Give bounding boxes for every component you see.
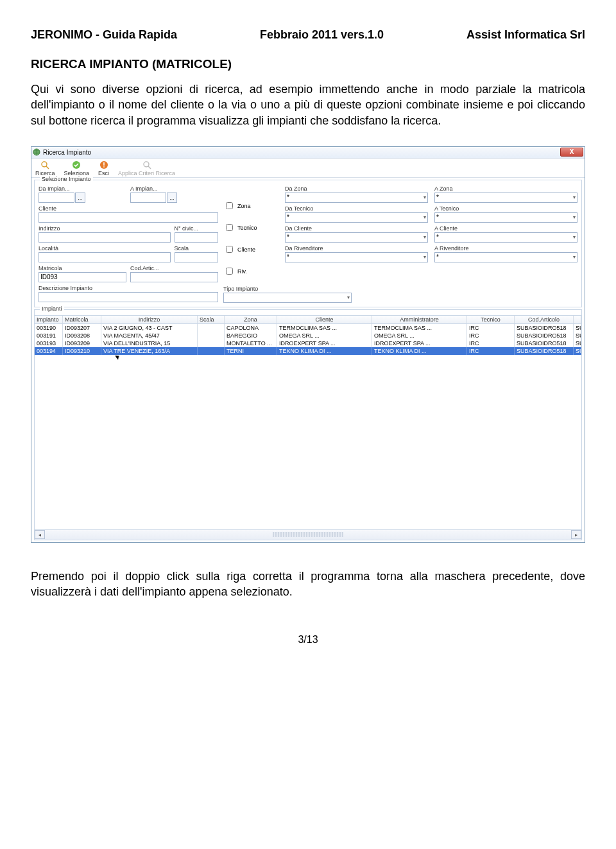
- cell: SUBASIOIDRO518: [515, 339, 574, 347]
- col-codarticolo[interactable]: Cod.Articolo: [515, 316, 574, 323]
- checkbox-cliente-label: Cliente: [237, 246, 255, 253]
- scroll-left-button[interactable]: ◂: [35, 530, 45, 539]
- label-ncivico: N° civic...: [175, 225, 219, 232]
- cell: IDROEXPERT SPA ...: [277, 339, 372, 347]
- toolbar-select[interactable]: Seleziona: [64, 160, 90, 176]
- input-scala[interactable]: [175, 252, 219, 262]
- cell: IRC: [467, 339, 515, 347]
- combo-a-riv[interactable]: *▾: [434, 252, 578, 262]
- label-a-zona: A Zona: [434, 185, 578, 192]
- input-indirizzo[interactable]: [38, 232, 171, 243]
- combo-da-cliente[interactable]: *▾: [285, 232, 428, 243]
- cell: SUBASIO: [574, 347, 581, 355]
- combo-a-cliente[interactable]: *▾: [434, 232, 578, 243]
- input-descrizione[interactable]: [38, 292, 218, 302]
- table-row[interactable]: 003194ID093210VIA TRE VENEZIE, 163/ATERN…: [35, 347, 581, 355]
- label-indirizzo: Indirizzo: [38, 225, 171, 232]
- col-scala[interactable]: Scala: [198, 316, 225, 323]
- browse-da-impianto[interactable]: ...: [75, 193, 85, 203]
- input-localita[interactable]: [38, 252, 171, 262]
- cell: VIA TRE VENEZIE, 163/A: [101, 347, 198, 355]
- toolbar-exit-label: Esci: [98, 170, 109, 176]
- col-matricola[interactable]: Matricola: [63, 316, 101, 323]
- cell: SUBASIO: [574, 324, 581, 332]
- close-button[interactable]: X: [560, 148, 583, 157]
- cell: [198, 339, 225, 347]
- input-cliente[interactable]: [38, 212, 218, 223]
- cell: [198, 332, 225, 339]
- combo-da-zona[interactable]: *▾: [285, 193, 428, 203]
- combo-a-zona[interactable]: *▾: [434, 193, 578, 203]
- cell: TEKNO KLIMA DI ...: [372, 347, 467, 355]
- col-tecnico[interactable]: Tecnico: [467, 316, 515, 323]
- checkbox-riv-label: Riv.: [237, 268, 247, 275]
- col-amministratore[interactable]: Amministratore: [372, 316, 467, 323]
- col-zona[interactable]: Zona: [225, 316, 277, 323]
- chevron-down-icon: ▾: [573, 254, 576, 260]
- input-ncivico[interactable]: [175, 232, 219, 243]
- checkbox-zona[interactable]: [226, 202, 233, 209]
- table-row[interactable]: 003193ID093209VIA DELL'INDUSTRIA, 15MONT…: [35, 339, 581, 347]
- col-impianto[interactable]: Impianto: [35, 316, 63, 323]
- checkbox-zona-label: Zona: [237, 203, 251, 209]
- checkbox-riv[interactable]: [226, 268, 233, 275]
- cell: [198, 347, 225, 355]
- cell: ID093208: [63, 332, 101, 339]
- hscrollbar[interactable]: ◂ ▸: [35, 529, 581, 540]
- cell: TEKNO KLIMA DI ...: [277, 347, 372, 355]
- cell: 003193: [35, 339, 63, 347]
- cell: IRC: [467, 324, 515, 332]
- cell: 003194: [35, 347, 63, 355]
- header-left: JERONIMO - Guida Rapida: [31, 28, 177, 42]
- toolbar-search[interactable]: Ricerca: [35, 160, 55, 176]
- toolbar-apply: Applica Criteri Ricerca: [118, 160, 175, 176]
- checkbox-zona-row[interactable]: Zona: [223, 201, 280, 211]
- cell: IDROEXPERT SPA ...: [372, 339, 467, 347]
- input-codartic[interactable]: [130, 272, 218, 282]
- table-row[interactable]: 003191ID093208VIA MAGENTA, 45/47BAREGGIO…: [35, 332, 581, 339]
- col-cliente[interactable]: Cliente: [277, 316, 372, 323]
- col-indirizzo[interactable]: Indirizzo: [101, 316, 198, 323]
- cell: ID093209: [63, 339, 101, 347]
- cell: MONTALETTO ...: [225, 339, 277, 347]
- label-a-cliente: A Cliente: [434, 225, 578, 232]
- chevron-down-icon: ▾: [573, 234, 576, 240]
- group-impianti: Impianti Impianto Matricola Indirizzo Sc…: [34, 309, 582, 540]
- combo-a-tecnico[interactable]: *▾: [434, 212, 578, 223]
- col-extra[interactable]: [574, 316, 581, 323]
- checkbox-tecnico[interactable]: [226, 224, 233, 231]
- checkbox-riv-row[interactable]: Riv.: [223, 266, 280, 277]
- cell: SUBASIO: [574, 332, 581, 339]
- header-right: Assist Informatica Srl: [466, 28, 585, 42]
- label-tipo-impianto: Tipo Impianto: [223, 286, 280, 292]
- label-a-riv: A Rivenditore: [434, 245, 578, 252]
- cell: SUBASIOIDRO518: [515, 347, 574, 355]
- cell: [198, 324, 225, 332]
- cell: CAPOLONA: [225, 324, 277, 332]
- cell: IRC: [467, 332, 515, 339]
- scroll-grip[interactable]: [273, 532, 343, 537]
- table-row[interactable]: 003190ID093207VIA 2 GIUGNO, 43 - CASTCAP…: [35, 324, 581, 332]
- scroll-right-button[interactable]: ▸: [571, 530, 581, 539]
- checkbox-cliente[interactable]: [226, 246, 233, 253]
- cell: OMEGA SRL ...: [277, 332, 372, 339]
- browse-a-impianto[interactable]: ...: [167, 193, 177, 203]
- toolbar-exit[interactable]: Esci: [98, 160, 109, 176]
- combo-da-tecnico[interactable]: *▾: [285, 212, 428, 223]
- input-da-impianto[interactable]: [38, 193, 74, 203]
- label-da-zona: Da Zona: [285, 185, 428, 192]
- cell: SUBASIO: [574, 339, 581, 347]
- page-header: JERONIMO - Guida Rapida Febbraio 2011 ve…: [31, 28, 585, 42]
- group-impianti-legend: Impianti: [40, 305, 64, 312]
- cell: TERNI: [225, 347, 277, 355]
- combo-da-riv[interactable]: *▾: [285, 252, 428, 262]
- checkbox-tecnico-row[interactable]: Tecnico: [223, 223, 280, 233]
- input-a-impianto[interactable]: [130, 193, 166, 203]
- checkbox-cliente-row[interactable]: Cliente: [223, 244, 280, 255]
- input-matricola[interactable]: [38, 272, 126, 282]
- header-mid: Febbraio 2011 vers.1.0: [260, 28, 384, 42]
- grid-body[interactable]: 003190ID093207VIA 2 GIUGNO, 43 - CASTCAP…: [35, 324, 581, 529]
- label-cliente: Cliente: [38, 205, 218, 212]
- chevron-down-icon: ▾: [424, 194, 426, 200]
- chevron-down-icon: ▾: [573, 194, 576, 200]
